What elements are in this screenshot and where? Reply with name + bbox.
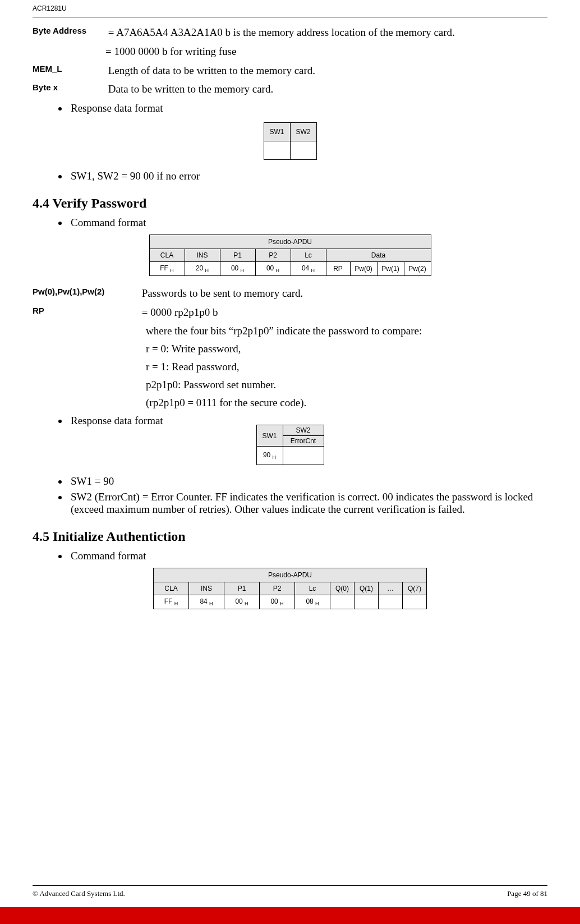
- apdu45-v-q7: [403, 595, 427, 609]
- apdu44-h-p1: P1: [220, 249, 255, 261]
- pw-label: Pw(0),Pw(1),Pw(2): [33, 286, 139, 297]
- rp-label: RP: [33, 305, 139, 316]
- header-rule: [33, 17, 547, 17]
- footer-copyright: © Advanced Card Systems Ltd.: [33, 889, 125, 898]
- apdu44-v-lc: 04 H: [291, 261, 326, 275]
- bullet-list-1: Response data format: [33, 102, 547, 114]
- bullet-list-2: SW1, SW2 = 90 00 if no error: [33, 170, 547, 182]
- rp-text6: (rp2p1p0 = 0111 for the secure code).: [146, 397, 547, 409]
- rp-text1: = 0000 rp2p1p0 b: [142, 306, 218, 318]
- pw-def: Pw(0),Pw(1),Pw(2) Passwords to be sent t…: [33, 286, 547, 301]
- apdu45-h-lc: Lc: [295, 582, 330, 595]
- mem-l-def: MEM_L Length of data to be written to th…: [33, 63, 547, 78]
- bullet-list-3: Command format: [33, 217, 547, 229]
- apdu45-h-q7: Q(7): [403, 582, 427, 595]
- footer-redbar: [0, 907, 580, 924]
- apdu45-v-lc: 08 H: [295, 595, 330, 609]
- byte-address-label: Byte Address: [33, 25, 105, 36]
- apdu44-v-pw1: Pw(1): [377, 261, 404, 275]
- apdu45-h-ins: INS: [189, 582, 224, 595]
- sw44-v-blank: [283, 447, 324, 465]
- byte-address-text1: = A7A6A5A4 A3A2A1A0 b is the memory addr…: [108, 26, 455, 38]
- apdu45-h-dots: …: [379, 582, 403, 595]
- sw2-header: SW2: [290, 122, 316, 141]
- byte-x-def: Byte x Data to be written to the memory …: [33, 82, 547, 96]
- pseudo-apdu-table-45: Pseudo-APDU CLA INS P1 P2 Lc Q(0) Q(1) ……: [153, 568, 427, 609]
- apdu45-v-cla: FF H: [154, 595, 189, 609]
- apdu44-h-ins: INS: [185, 249, 220, 261]
- bullet-sw1-90: SW1 = 90: [68, 475, 547, 488]
- apdu45-h-q1: Q(1): [355, 582, 379, 595]
- section-4-5-title: 4.5 Initialize Authentiction: [33, 529, 547, 544]
- byte-x-text: Data to be written to the memory card.: [108, 83, 273, 95]
- rp-text4: r = 1: Read password,: [146, 361, 547, 373]
- apdu45-title: Pseudo-APDU: [154, 568, 427, 582]
- rp-text3: r = 0: Write password,: [146, 343, 547, 355]
- apdu44-v-pw2: Pw(2): [404, 261, 431, 275]
- pseudo-apdu-table-44: Pseudo-APDU CLA INS P1 P2 Lc Data FF H 2…: [149, 235, 431, 276]
- apdu45-v-ins: 84 H: [189, 595, 224, 609]
- sw2-cell: [290, 141, 316, 159]
- pw-text: Passwords to be sent to memory card.: [142, 287, 303, 299]
- device-model: ACR1281U: [33, 4, 67, 12]
- apdu44-h-data: Data: [326, 249, 431, 261]
- sw44-h-sw2: SW2: [283, 425, 324, 436]
- apdu44-title: Pseudo-APDU: [149, 235, 431, 249]
- bullet-response-format: Response data format: [68, 102, 547, 114]
- apdu45-h-q0: Q(0): [330, 582, 355, 595]
- sw44-h-errorcnt: ErrorCnt: [283, 436, 324, 447]
- apdu44-v-p2: 00 H: [255, 261, 291, 275]
- apdu45-v-q0: [330, 595, 355, 609]
- sw44-h-sw1: SW1: [256, 425, 283, 447]
- apdu45-v-p1: 00 H: [224, 595, 260, 609]
- bullet-sw2-errorcnt: SW2 (ErrorCnt) = Error Counter. FF indic…: [68, 491, 547, 516]
- bullet-command-format-45: Command format: [68, 550, 547, 562]
- apdu45-v-p2: 00 H: [260, 595, 295, 609]
- apdu44-v-cla: FF H: [149, 261, 185, 275]
- apdu45-h-p2: P2: [260, 582, 295, 595]
- sw-table-1: SW1 SW2: [264, 122, 317, 160]
- apdu44-v-pw0: Pw(0): [350, 261, 377, 275]
- byte-address-text2: = 1000 0000 b for writing fuse: [105, 45, 547, 58]
- byte-address-def: Byte Address = A7A6A5A4 A3A2A1A0 b is th…: [33, 25, 547, 40]
- apdu45-h-cla: CLA: [154, 582, 189, 595]
- apdu45-v-dots: [379, 595, 403, 609]
- apdu45-h-p1: P1: [224, 582, 260, 595]
- apdu44-v-ins: 20 H: [185, 261, 220, 275]
- rp-def: RP = 0000 rp2p1p0 b: [33, 305, 547, 320]
- rp-text2: where the four bits “rp2p1p0” indicate t…: [146, 325, 547, 337]
- sw1-cell: [264, 141, 290, 159]
- apdu44-h-p2: P2: [255, 249, 291, 261]
- sw1-header: SW1: [264, 122, 290, 141]
- apdu44-v-p1: 00 H: [220, 261, 255, 275]
- page-footer: © Advanced Card Systems Ltd. Page 49 of …: [33, 885, 547, 898]
- bullet-list-6: Command format: [33, 550, 547, 562]
- mem-l-label: MEM_L: [33, 63, 105, 75]
- apdu44-v-rp: RP: [326, 261, 350, 275]
- bullet-command-format-44: Command format: [68, 217, 547, 229]
- apdu44-h-lc: Lc: [291, 249, 326, 261]
- rp-text5: p2p1p0: Password set number.: [146, 379, 547, 391]
- page-header: ACR1281U: [33, 0, 547, 17]
- byte-x-label: Byte x: [33, 82, 105, 93]
- sw-table-44: SW1 SW2 ErrorCnt 90 H: [256, 425, 324, 465]
- apdu45-v-q1: [355, 595, 379, 609]
- sw44-v-90: 90 H: [256, 447, 283, 465]
- bullet-list-5: SW1 = 90 SW2 (ErrorCnt) = Error Counter.…: [33, 475, 547, 516]
- mem-l-text: Length of data to be written to the memo…: [108, 65, 315, 76]
- section-4-4-title: 4.4 Verify Password: [33, 196, 547, 211]
- bullet-sw-equals: SW1, SW2 = 90 00 if no error: [68, 170, 547, 182]
- footer-page: Page 49 of 81: [507, 889, 547, 898]
- apdu44-h-cla: CLA: [149, 249, 185, 261]
